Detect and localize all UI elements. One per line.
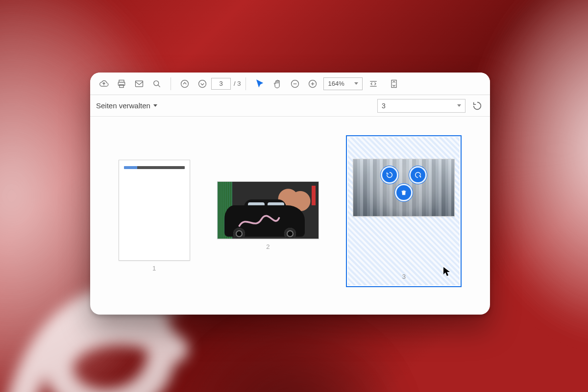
page-up-button[interactable] — [176, 75, 194, 93]
page-select[interactable]: 3 — [377, 99, 466, 113]
thumbnail-content — [124, 166, 185, 169]
page-select-value: 3 — [382, 102, 386, 110]
main-toolbar: 3 / 3 164% — [90, 73, 490, 95]
app-window: 3 / 3 164% Seiten verwalten 3 — [90, 73, 490, 315]
page-thumbnail-2[interactable] — [217, 181, 319, 239]
thumbnail-content — [224, 205, 305, 237]
svg-rect-3 — [136, 81, 143, 87]
print-button[interactable] — [113, 75, 130, 93]
page-total-label: / 3 — [234, 80, 241, 87]
search-button[interactable] — [148, 75, 166, 93]
toolbar-separator — [171, 77, 171, 90]
rotate-right-button[interactable] — [411, 168, 425, 182]
rotate-left-button[interactable] — [382, 168, 397, 182]
page-thumbnail-3-selected[interactable]: 3 — [346, 135, 462, 287]
zoom-select[interactable]: 164% — [323, 77, 363, 90]
page-thumbnail-1[interactable] — [119, 160, 190, 261]
toolbar-separator — [245, 77, 246, 90]
chevron-down-icon — [153, 104, 157, 107]
cloud-upload-button[interactable] — [95, 75, 113, 93]
undo-history-button[interactable] — [470, 99, 484, 113]
fit-width-button[interactable] — [365, 75, 382, 93]
page-thumbnail-3[interactable] — [353, 159, 455, 217]
svg-point-4 — [154, 80, 159, 85]
manage-pages-dropdown[interactable]: Seiten verwalten — [96, 101, 157, 110]
email-button[interactable] — [130, 75, 148, 93]
fit-page-button[interactable] — [385, 75, 403, 93]
hand-tool-button[interactable] — [269, 75, 286, 93]
current-page-input[interactable]: 3 — [211, 78, 231, 90]
thumbnails-area: 1 2 — [90, 117, 490, 315]
thumbnail-controls — [382, 168, 425, 200]
chevron-down-icon — [354, 82, 358, 85]
thumbnail-label: 3 — [402, 273, 406, 280]
cursor-icon — [443, 267, 451, 278]
manage-pages-label: Seiten verwalten — [96, 101, 150, 110]
select-tool-button[interactable] — [251, 75, 269, 93]
delete-page-button[interactable] — [396, 185, 411, 200]
manage-pages-bar: Seiten verwalten 3 — [90, 95, 490, 117]
svg-point-6 — [199, 80, 206, 87]
chevron-down-icon — [457, 104, 461, 107]
zoom-value: 164% — [328, 80, 344, 87]
zoom-in-button[interactable] — [304, 75, 321, 93]
svg-rect-2 — [120, 84, 123, 87]
zoom-out-button[interactable] — [286, 75, 304, 93]
thumbnail-label: 2 — [266, 243, 270, 250]
thumbnail-label: 1 — [152, 265, 156, 272]
svg-point-5 — [181, 80, 189, 87]
page-down-button[interactable] — [194, 75, 211, 93]
